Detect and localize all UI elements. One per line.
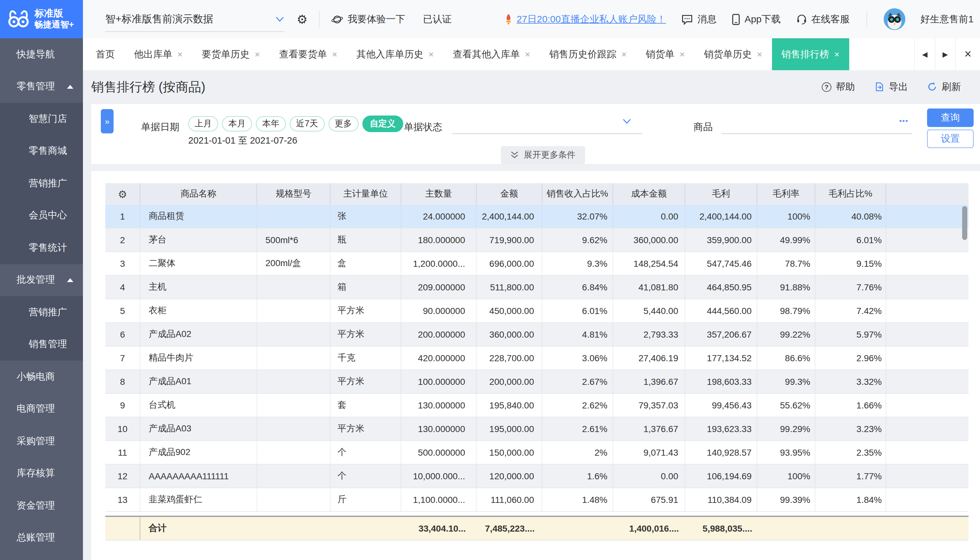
date-option-pill[interactable]: 自定义 xyxy=(362,115,403,132)
tab-scroll-right-button[interactable]: ▶ xyxy=(935,38,955,70)
product-filter-input[interactable]: ••• xyxy=(722,110,912,134)
sidebar-item[interactable]: 总账管理 xyxy=(0,522,83,554)
sidebar-item[interactable]: 会员中心 xyxy=(0,200,83,232)
column-header[interactable]: 主计量单位 xyxy=(331,183,401,205)
tab-close-icon[interactable]: × xyxy=(525,50,530,59)
tab-item[interactable]: 要货单历史 × xyxy=(192,38,269,70)
sidebar-item[interactable]: 营销推广 xyxy=(0,296,83,328)
tab-close-icon[interactable]: × xyxy=(428,50,434,59)
date-option-pill[interactable]: 更多 xyxy=(328,116,358,132)
table-row[interactable]: 1 商品租赁 张 24.000000 2,400,144.00 32.07% 0… xyxy=(105,205,968,228)
table-row[interactable]: 6 产成品A02 平方米 200.000000 360,000.00 4.81%… xyxy=(105,323,968,347)
sidebar-item[interactable]: 资金管理 xyxy=(0,490,83,522)
tab-item[interactable]: 查看要货单 × xyxy=(270,38,347,70)
sidebar-item[interactable]: 小畅电商 xyxy=(0,360,83,393)
sidebar-item[interactable]: 营销推广 xyxy=(0,167,83,200)
sidebar-item[interactable]: 电商管理 xyxy=(0,393,83,425)
column-header[interactable]: 毛利占比% xyxy=(815,183,886,205)
tab-item[interactable]: 首页 × xyxy=(86,38,125,70)
table-row[interactable]: 3 二聚体 200ml/盒 盒 1,200.0000... 696,000.00… xyxy=(105,252,968,276)
column-header[interactable]: 毛利 xyxy=(685,183,757,205)
workspace-selector[interactable]: 智+标准版售前演示数据 xyxy=(105,0,284,38)
query-button[interactable]: 查询 xyxy=(927,108,973,127)
collapse-filter-button[interactable]: » xyxy=(101,109,113,133)
sidebar-item[interactable]: 税务管理 xyxy=(0,554,83,560)
table-row[interactable]: 12 AAAAAAAAA111111 个 10,000.000... 120,0… xyxy=(105,465,968,488)
tab-item[interactable]: 销售排行榜 × xyxy=(772,38,849,70)
settings-button[interactable]: 设置 xyxy=(927,130,973,148)
date-option-pill[interactable]: 近7天 xyxy=(290,116,324,132)
table-row[interactable]: 11 产成品902 个 500.000000 150,000.00 2% 9,0… xyxy=(105,441,968,465)
table-row[interactable]: 10 产成品A03 平方米 130.000000 195,000.00 2.61… xyxy=(105,417,968,441)
experience-button[interactable]: 我要体验一下 xyxy=(331,13,405,25)
table-row[interactable]: 2 茅台 500ml*6 瓶 180.000000 719,900.00 9.6… xyxy=(105,228,968,252)
table-row[interactable]: 4 主机 箱 209.000000 511,800.00 6.84% 41,08… xyxy=(105,276,968,299)
date-range-value[interactable]: 2021-01-01 至 2021-07-26 xyxy=(188,135,297,147)
tab-close-icon[interactable]: × xyxy=(834,50,839,59)
owl-logo-icon xyxy=(7,9,30,29)
tab-close-icon[interactable]: × xyxy=(757,50,762,59)
export-label: 导出 xyxy=(889,81,908,93)
date-option-pill[interactable]: 本年 xyxy=(256,116,286,132)
column-header[interactable]: 商品名称 xyxy=(140,183,257,205)
tab-close-icon[interactable]: × xyxy=(621,50,627,59)
user-avatar[interactable] xyxy=(883,8,905,30)
total-label: 合计 xyxy=(140,517,257,540)
tab-scroll-left-button[interactable]: ◀ xyxy=(914,38,935,70)
messages-button[interactable]: 消息 xyxy=(681,13,717,25)
table-row[interactable]: 5 衣柜 平方米 90.000000 450,000.00 6.01% 5,44… xyxy=(105,299,968,323)
sidebar-item[interactable]: 快捷导航 xyxy=(0,38,83,70)
status-filter-input[interactable] xyxy=(453,110,642,134)
column-header[interactable]: 毛利率 xyxy=(757,183,815,205)
sidebar-item[interactable]: 零售管理 xyxy=(0,70,83,103)
tab-close-icon[interactable]: × xyxy=(177,50,183,59)
table-row[interactable]: 7 精品牛肉片 千克 420.000000 228,700.00 3.06% 2… xyxy=(105,347,968,370)
close-all-tabs-button[interactable]: × xyxy=(955,38,980,70)
sidebar-item[interactable]: 零售商城 xyxy=(0,135,83,167)
header-divider xyxy=(866,11,867,27)
sidebar-item[interactable]: 零售统计 xyxy=(0,232,83,264)
expand-more-conditions-button[interactable]: 展开更多条件 xyxy=(501,146,585,164)
broadcast-link[interactable]: 27日20:00直播企业私人账户风险！ xyxy=(516,13,666,25)
username-label[interactable]: 好生意售前1 xyxy=(920,13,973,25)
table-row[interactable]: 8 产成品A01 平方米 100.000000 200,000.00 2.67%… xyxy=(105,370,968,394)
table-row[interactable]: 13 韭菜鸡蛋虾仁 斤 1,100.0000... 111,060.00 1.4… xyxy=(105,488,968,512)
date-filter-label: 单据日期 xyxy=(141,121,179,133)
sidebar-item-label: 库存核算 xyxy=(17,467,55,480)
online-service-button[interactable]: 在线客服 xyxy=(796,13,850,25)
sidebar-item[interactable]: 销售管理 xyxy=(0,328,83,360)
tab-close-icon[interactable]: × xyxy=(255,50,260,59)
cell-unit: 张 xyxy=(331,205,401,228)
table-row[interactable]: 9 台式机 套 130.000000 195,840.00 2.62% 79,3… xyxy=(105,394,968,417)
app-download-button[interactable]: App下载 xyxy=(732,13,780,25)
sidebar-item[interactable]: 采购管理 xyxy=(0,425,83,457)
column-header[interactable]: 成本金额 xyxy=(613,183,685,205)
tab-item[interactable]: 查看其他入库单 × xyxy=(443,38,540,70)
broadcast-banner[interactable]: 27日20:00直播企业私人账户风险！ xyxy=(504,13,666,25)
tab-item[interactable]: 其他入库单历史 × xyxy=(347,38,443,70)
column-header[interactable]: 销售收入占比% xyxy=(542,183,613,205)
tab-item[interactable]: 销货单历史 × xyxy=(694,38,772,70)
refresh-button[interactable]: 刷新 xyxy=(927,81,961,93)
tab-close-icon[interactable]: × xyxy=(679,50,685,59)
tab-item[interactable]: 销货单 × xyxy=(636,38,694,70)
help-button[interactable]: ? 帮助 xyxy=(822,81,855,93)
settings-gear-button[interactable]: ⚙ xyxy=(297,12,308,27)
column-header[interactable]: 金额 xyxy=(477,183,542,205)
column-header[interactable]: 主数量 xyxy=(401,183,477,205)
sidebar-item[interactable]: 库存核算 xyxy=(0,457,83,490)
vertical-scrollbar-thumb[interactable] xyxy=(962,206,967,240)
tab-close-icon[interactable]: × xyxy=(332,50,337,59)
column-settings-header[interactable]: ⚙ xyxy=(105,183,140,205)
date-option-pill[interactable]: 本月 xyxy=(222,116,252,132)
sidebar-item[interactable]: 批发管理 xyxy=(0,264,83,296)
date-option-pill[interactable]: 上月 xyxy=(188,116,218,132)
cell-revenue-share: 6.84% xyxy=(542,276,613,299)
export-button[interactable]: 导出 xyxy=(874,81,908,93)
tab-item[interactable]: 销售历史价跟踪 × xyxy=(540,38,636,70)
ellipsis-more-icon[interactable]: ••• xyxy=(899,117,908,125)
tab-item[interactable]: 他出库单 × xyxy=(125,38,192,70)
column-header[interactable]: 规格型号 xyxy=(257,183,331,205)
total-gross-profit: 5,988,035.... xyxy=(685,517,757,540)
sidebar-item[interactable]: 智慧门店 xyxy=(0,103,83,135)
